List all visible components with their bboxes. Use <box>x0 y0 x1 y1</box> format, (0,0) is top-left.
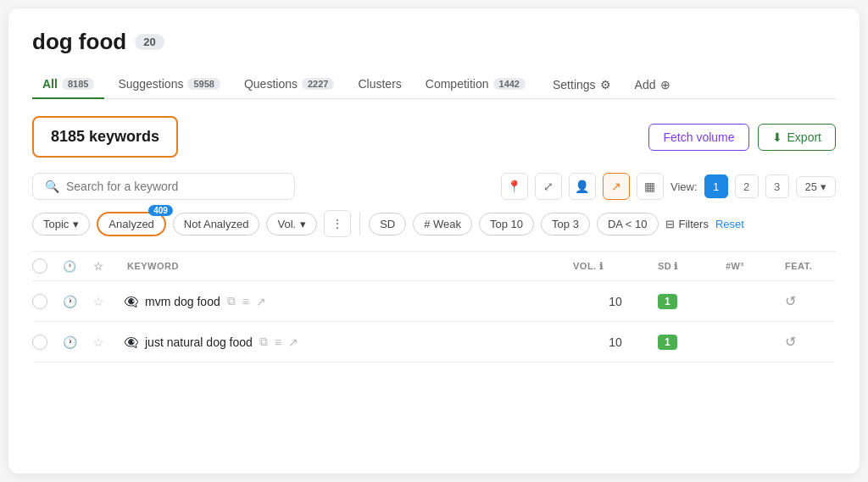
da-filter-button[interactable]: DA < 10 <box>597 213 659 235</box>
th-vol: VOL. ℹ <box>573 261 658 272</box>
star-icon[interactable]: ☆ <box>93 335 104 349</box>
row2-sd: 1 <box>658 335 726 350</box>
settings-tab[interactable]: Settings ⚙ <box>542 71 621 98</box>
th-sd: SD ℹ <box>658 261 726 272</box>
info-icon-sd: ℹ <box>674 261 678 272</box>
tab-questions[interactable]: Questions 2227 <box>234 70 345 99</box>
toolbar-right: 📍 ⤢ 👤 ↗ ▦ View: 1 2 3 25 ▾ <box>501 173 836 200</box>
star-icon[interactable]: ☆ <box>93 295 104 308</box>
sd-filter-button[interactable]: SD <box>369 213 406 235</box>
location-icon: 📍 <box>507 180 521 193</box>
topic-filter-button[interactable]: Topic ▾ <box>32 213 90 235</box>
filter-row: Topic ▾ Analyzed 409 Not Analyzed Vol. ▾… <box>32 210 836 237</box>
tab-competition[interactable]: Competition 1442 <box>415 70 536 99</box>
search-toolbar: 🔍 📍 ⤢ 👤 ↗ ▦ View: 1 2 3 25 <box>32 173 836 200</box>
clock-icon[interactable]: 🕐 <box>63 295 77 308</box>
analyzed-filter-button[interactable]: Analyzed 409 <box>97 212 165 236</box>
copy-icon[interactable]: ⧉ <box>259 335 268 349</box>
row1-star: ☆ <box>93 295 124 308</box>
table-row: 🕐 ☆ 👁‍🗨 mvm dog food ⧉ ≡ ↗ 10 1 ↺ <box>32 281 836 322</box>
fetch-volume-button[interactable]: Fetch volume <box>648 124 748 151</box>
select-all-checkbox[interactable] <box>32 258 47 274</box>
th-feat: FEAT. <box>785 261 836 271</box>
row2-clock: 🕐 <box>63 335 93 349</box>
person-icon: 👤 <box>575 180 589 193</box>
row1-clock: 🕐 <box>63 295 93 308</box>
row1-keyword: 👁‍🗨 mvm dog food ⧉ ≡ ↗ <box>124 294 573 308</box>
row2-star: ☆ <box>93 335 124 349</box>
tab-suggestions[interactable]: Suggestions 5958 <box>108 70 231 99</box>
location-icon-button[interactable]: 📍 <box>501 173 528 200</box>
row1-sd: 1 <box>658 294 726 309</box>
row2-checkbox <box>32 335 63 350</box>
download-icon: ⬇ <box>772 130 782 144</box>
table-header: 🕐 ☆ KEYWORD VOL. ℹ SD ℹ #W³ FEAT. <box>32 252 836 281</box>
not-analyzed-filter-button[interactable]: Not Analyzed <box>173 213 260 235</box>
add-tab[interactable]: Add ⊕ <box>625 71 681 98</box>
chevron-down-icon: ▾ <box>73 218 79 230</box>
list-icon[interactable]: ≡ <box>242 295 249 308</box>
refresh-icon[interactable]: ↺ <box>785 334 796 350</box>
external-link-icon[interactable]: ↗ <box>256 295 266 308</box>
keywords-table: 🕐 ☆ KEYWORD VOL. ℹ SD ℹ #W³ FEAT. <box>32 251 836 363</box>
weak-filter-button[interactable]: # Weak <box>413 213 472 235</box>
external-link-icon[interactable]: ↗ <box>288 335 298 349</box>
row1-feat: ↺ <box>785 293 836 309</box>
header-count-badge: 20 <box>135 34 164 50</box>
reset-link[interactable]: Reset <box>715 218 744 230</box>
eye-off-icon: 👁‍🗨 <box>124 335 138 349</box>
row2-feat: ↺ <box>785 334 836 350</box>
row1-checkbox <box>32 294 63 309</box>
filter-icon-button[interactable]: ⋮ <box>324 210 351 237</box>
filter-sliders-icon: ⊟ <box>665 218 675 230</box>
search-input[interactable] <box>66 180 282 193</box>
search-box[interactable]: 🔍 <box>32 173 295 200</box>
per-page-select[interactable]: 25 ▾ <box>796 176 836 197</box>
info-icon: ℹ <box>599 261 604 272</box>
funnel-icon: ⋮ <box>331 217 343 230</box>
chevron-down-icon: ▾ <box>300 218 306 230</box>
view-btn-2[interactable]: 2 <box>735 175 759 198</box>
th-w3: #W³ <box>726 261 785 271</box>
th-clock: 🕐 <box>63 260 93 273</box>
list-icon[interactable]: ≡ <box>275 335 281 349</box>
expand-icon: ⤢ <box>543 180 554 193</box>
page-title: dog food <box>32 29 126 55</box>
eye-off-icon: 👁‍🗨 <box>124 295 138 308</box>
row1-vol: 10 <box>573 295 658 308</box>
vol-filter-button[interactable]: Vol. ▾ <box>266 213 317 235</box>
keywords-header: 8185 keywords Fetch volume ⬇ Export <box>32 116 836 158</box>
person-icon-button[interactable]: 👤 <box>569 173 596 200</box>
keywords-count-box: 8185 keywords <box>32 116 178 158</box>
top3-filter-button[interactable]: Top 3 <box>541 213 590 235</box>
row1-select-checkbox[interactable] <box>32 294 47 309</box>
export-button[interactable]: ⬇ Export <box>758 124 836 151</box>
search-icon: 🔍 <box>45 180 59 193</box>
tab-bar: All 8185 Suggestions 5958 Questions 2227… <box>32 70 836 99</box>
chevron-down-icon: ▾ <box>821 180 826 193</box>
tab-clusters[interactable]: Clusters <box>348 70 411 99</box>
refresh-icon[interactable]: ↺ <box>785 293 796 309</box>
copy-icon[interactable]: ⧉ <box>227 294 236 308</box>
view-btn-1[interactable]: 1 <box>704 175 728 198</box>
th-star: ☆ <box>93 260 124 273</box>
th-checkbox <box>32 258 63 274</box>
app-container: dog food 20 All 8185 Suggestions 5958 Qu… <box>8 8 860 474</box>
clock-icon: 🕐 <box>63 260 77 273</box>
view-btn-3[interactable]: 3 <box>765 175 789 198</box>
plus-circle-icon: ⊕ <box>660 78 670 91</box>
row2-keyword: 👁‍🗨 just natural dog food ⧉ ≡ ↗ <box>124 335 573 349</box>
filters-link[interactable]: ⊟ Filters <box>665 218 709 230</box>
grid-icon: ▦ <box>644 180 655 193</box>
table-row: 🕐 ☆ 👁‍🗨 just natural dog food ⧉ ≡ ↗ 10 1… <box>32 322 836 363</box>
grid-icon-button[interactable]: ▦ <box>637 173 664 200</box>
view-label: View: <box>670 180 698 193</box>
tab-all[interactable]: All 8185 <box>32 70 104 99</box>
row2-select-checkbox[interactable] <box>32 335 47 350</box>
share-icon: ↗ <box>611 180 621 193</box>
share-icon-button[interactable]: ↗ <box>603 173 630 200</box>
expand-icon-button[interactable]: ⤢ <box>535 173 562 200</box>
clock-icon[interactable]: 🕐 <box>63 335 77 349</box>
top10-filter-button[interactable]: Top 10 <box>479 213 534 235</box>
divider <box>359 212 360 235</box>
